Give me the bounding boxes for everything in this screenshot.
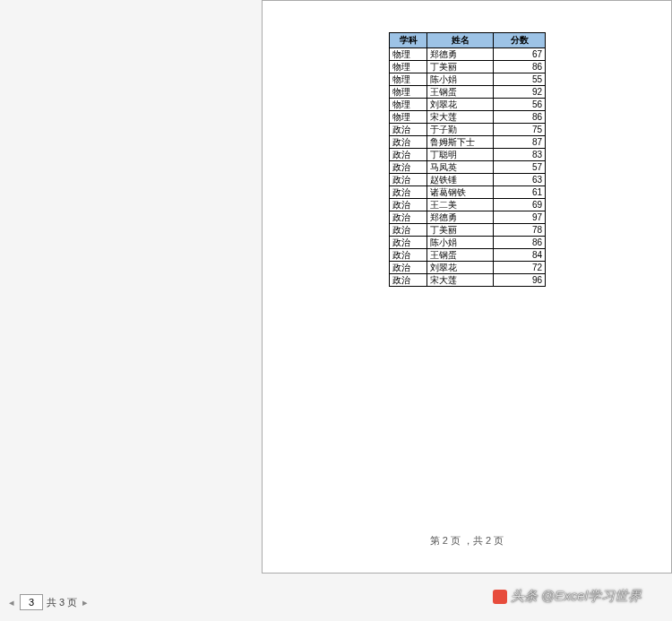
table-row: 物理刘翠花56 — [390, 99, 546, 111]
cell-subject: 政治 — [390, 262, 427, 274]
cell-score: 86 — [494, 111, 546, 124]
cell-score: 67 — [494, 48, 546, 61]
cell-name: 丁美丽 — [427, 224, 494, 237]
cell-name: 诸葛钢铁 — [427, 186, 494, 199]
cell-score: 87 — [494, 136, 546, 149]
page-footer: 第 2 页 ，共 2 页 — [263, 534, 671, 548]
cell-subject: 政治 — [390, 211, 427, 224]
cell-score: 55 — [494, 73, 546, 86]
data-table: 学科 姓名 分数 物理郑德勇67物理丁美丽86物理陈小娟55物理王钢蛋92物理刘… — [389, 32, 546, 287]
table-row: 政治王钢蛋84 — [390, 249, 546, 262]
table-header-row: 学科 姓名 分数 — [390, 33, 546, 48]
header-subject: 学科 — [390, 33, 427, 48]
cell-subject: 政治 — [390, 199, 427, 211]
cell-score: 57 — [494, 161, 546, 174]
cell-name: 鲁姆斯下士 — [427, 136, 494, 149]
cell-subject: 物理 — [390, 86, 427, 99]
cell-score: 56 — [494, 99, 546, 111]
cell-score: 83 — [494, 149, 546, 161]
cell-subject: 政治 — [390, 237, 427, 249]
cell-subject: 政治 — [390, 136, 427, 149]
table-row: 政治王二美69 — [390, 199, 546, 211]
cell-name: 丁美丽 — [427, 61, 494, 73]
cell-name: 王钢蛋 — [427, 249, 494, 262]
cell-score: 69 — [494, 199, 546, 211]
cell-score: 61 — [494, 186, 546, 199]
cell-name: 马凤英 — [427, 161, 494, 174]
toutiao-logo-icon — [493, 590, 507, 604]
cell-score: 97 — [494, 211, 546, 224]
next-page-button[interactable]: ▸ — [81, 597, 90, 608]
cell-name: 郑德勇 — [427, 211, 494, 224]
cell-score: 72 — [494, 262, 546, 274]
cell-subject: 物理 — [390, 48, 427, 61]
cell-name: 郑德勇 — [427, 48, 494, 61]
cell-name: 刘翠花 — [427, 99, 494, 111]
table-row: 政治丁聪明83 — [390, 149, 546, 161]
cell-name: 陈小娟 — [427, 237, 494, 249]
cell-name: 赵铁锤 — [427, 174, 494, 186]
table-row: 政治于子勤75 — [390, 124, 546, 136]
cell-subject: 政治 — [390, 186, 427, 199]
table-row: 政治赵铁锤63 — [390, 174, 546, 186]
cell-name: 陈小娟 — [427, 73, 494, 86]
print-preview-page: 学科 姓名 分数 物理郑德勇67物理丁美丽86物理陈小娟55物理王钢蛋92物理刘… — [262, 0, 672, 574]
cell-subject: 政治 — [390, 124, 427, 136]
table-row: 政治刘翠花72 — [390, 262, 546, 274]
cell-score: 84 — [494, 249, 546, 262]
cell-name: 宋大莲 — [427, 111, 494, 124]
table-row: 物理陈小娟55 — [390, 73, 546, 86]
cell-subject: 政治 — [390, 274, 427, 287]
header-name: 姓名 — [427, 33, 494, 48]
cell-subject: 物理 — [390, 61, 427, 73]
cell-subject: 政治 — [390, 161, 427, 174]
table-row: 政治郑德勇97 — [390, 211, 546, 224]
pagination-bar: ◂ 共 3 页 ▸ — [7, 594, 90, 610]
cell-subject: 物理 — [390, 73, 427, 86]
table-row: 政治宋大莲96 — [390, 274, 546, 287]
prev-page-button[interactable]: ◂ — [7, 597, 16, 608]
watermark-text: 头条 @Excel学习世界 — [511, 588, 642, 605]
cell-subject: 物理 — [390, 99, 427, 111]
cell-subject: 政治 — [390, 224, 427, 237]
cell-score: 92 — [494, 86, 546, 99]
cell-subject: 物理 — [390, 111, 427, 124]
cell-score: 63 — [494, 174, 546, 186]
cell-score: 86 — [494, 61, 546, 73]
watermark: 头条 @Excel学习世界 — [493, 588, 642, 605]
header-score: 分数 — [494, 33, 546, 48]
cell-score: 78 — [494, 224, 546, 237]
table-row: 物理宋大莲86 — [390, 111, 546, 124]
cell-subject: 政治 — [390, 149, 427, 161]
cell-name: 王钢蛋 — [427, 86, 494, 99]
page-total-label: 共 3 页 — [47, 596, 77, 609]
table-row: 物理丁美丽86 — [390, 61, 546, 73]
cell-name: 丁聪明 — [427, 149, 494, 161]
table-row: 政治诸葛钢铁61 — [390, 186, 546, 199]
table-row: 政治鲁姆斯下士87 — [390, 136, 546, 149]
table-row: 政治陈小娟86 — [390, 237, 546, 249]
cell-subject: 政治 — [390, 174, 427, 186]
cell-name: 于子勤 — [427, 124, 494, 136]
table-row: 物理郑德勇67 — [390, 48, 546, 61]
cell-name: 宋大莲 — [427, 274, 494, 287]
cell-score: 75 — [494, 124, 546, 136]
table-row: 政治马凤英57 — [390, 161, 546, 174]
cell-name: 王二美 — [427, 199, 494, 211]
cell-score: 96 — [494, 274, 546, 287]
table-row: 物理王钢蛋92 — [390, 86, 546, 99]
cell-score: 86 — [494, 237, 546, 249]
page-number-input[interactable] — [20, 594, 43, 610]
cell-name: 刘翠花 — [427, 262, 494, 274]
cell-subject: 政治 — [390, 249, 427, 262]
table-row: 政治丁美丽78 — [390, 224, 546, 237]
